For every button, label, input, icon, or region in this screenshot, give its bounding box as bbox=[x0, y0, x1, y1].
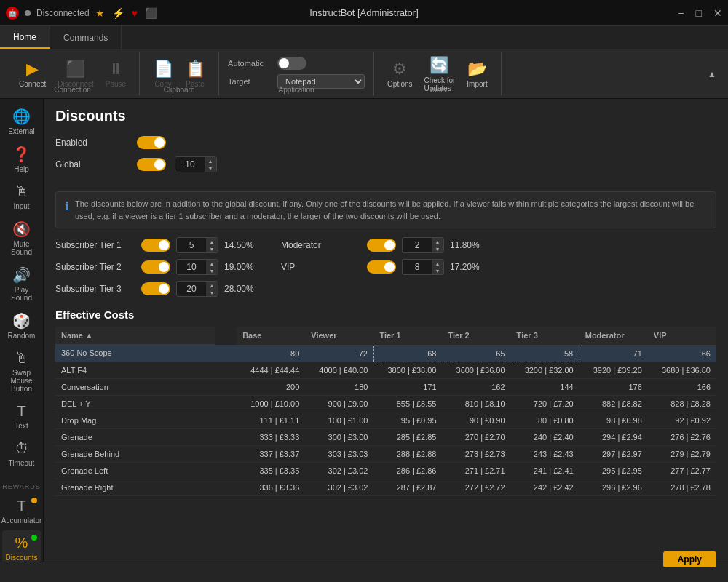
table-cell: 900 | £9.00 bbox=[305, 395, 373, 412]
update-icon: 🔄 bbox=[430, 56, 449, 75]
table-cell: 243 | £2.43 bbox=[511, 445, 579, 462]
tier2-toggle[interactable] bbox=[141, 260, 170, 274]
sidebar-item-input[interactable]: 🖱 Input bbox=[2, 179, 41, 215]
tier1-spin-up[interactable]: ▲ bbox=[206, 238, 218, 245]
toolbar-connection-group: ▶ Connect ⬛ Disconnect ⏸ Pause Connectio… bbox=[6, 52, 140, 95]
tier3-toggle[interactable] bbox=[141, 282, 170, 295]
lightning-icon: ⚡ bbox=[112, 7, 124, 19]
sidebar-item-external[interactable]: 🌐 External bbox=[2, 103, 41, 140]
tier1-row: Subscriber Tier 1 ▲ ▼ 14.50% Moderator bbox=[55, 237, 716, 253]
vip-spin-up[interactable]: ▲ bbox=[432, 260, 443, 267]
mod-spin-up[interactable]: ▲ bbox=[432, 238, 443, 245]
table-row[interactable]: Grenade Behind337 | £3.37303 | £3.03288 … bbox=[55, 445, 716, 462]
options-button[interactable]: ⚙ Options bbox=[383, 57, 416, 91]
minimize-button[interactable]: − bbox=[678, 7, 684, 19]
table-row[interactable]: Grenade Left335 | £3.35302 | £3.02286 | … bbox=[55, 462, 716, 479]
options-icon: ⚙ bbox=[392, 60, 407, 79]
table-row[interactable]: Grenade Right336 | £3.36302 | £3.02287 |… bbox=[55, 479, 716, 495]
table-row[interactable]: 360 No Scope80726865587166 bbox=[55, 345, 716, 362]
sidebar-item-timeout[interactable]: ⏱ Timeout bbox=[2, 436, 41, 471]
tier3-spin-down[interactable]: ▼ bbox=[206, 289, 218, 296]
col-tier3[interactable]: Tier 3 bbox=[511, 327, 579, 345]
tier3-row: Subscriber Tier 3 ▲ ▼ 28.00% bbox=[55, 281, 716, 297]
tier2-spin-down[interactable]: ▼ bbox=[206, 267, 218, 274]
table-row[interactable]: Drop Mag111 | £1.11100 | £1.0095 | £0.95… bbox=[55, 412, 716, 428]
table-cell: 271 | £2.71 bbox=[443, 462, 511, 479]
tools-group-label: Tools bbox=[429, 86, 446, 94]
tier2-spin-up[interactable]: ▲ bbox=[206, 260, 218, 267]
table-header: Name ▲ Base Viewer Tier 1 Tier 2 Tier 3 … bbox=[55, 327, 716, 345]
vip-spin-down[interactable]: ▼ bbox=[432, 267, 443, 274]
table-cell: 92 | £0.92 bbox=[648, 412, 716, 428]
table-cell: 80 | £0.80 bbox=[511, 412, 579, 428]
page-title: Discounts bbox=[44, 99, 728, 130]
col-name[interactable]: Name ▲ bbox=[55, 327, 215, 345]
text-label: Text bbox=[15, 422, 28, 430]
global-toggle[interactable] bbox=[137, 158, 166, 171]
sidebar-item-random[interactable]: 🎲 Random bbox=[2, 308, 41, 344]
rewards-label: Rewards bbox=[2, 483, 41, 490]
vip-toggle[interactable] bbox=[367, 260, 396, 274]
col-viewer[interactable]: Viewer bbox=[305, 327, 373, 345]
tier1-spin-down[interactable]: ▼ bbox=[206, 245, 218, 252]
tier1-field[interactable] bbox=[177, 239, 206, 252]
enabled-toggle[interactable] bbox=[137, 136, 166, 149]
restore-button[interactable]: □ bbox=[696, 7, 702, 19]
tier2-field[interactable] bbox=[177, 260, 206, 274]
table-cell: 100 | £1.00 bbox=[305, 412, 373, 428]
pause-button[interactable]: ⏸ Pause bbox=[101, 57, 130, 91]
table-row[interactable]: ALT F44444 | £44.444000 | £40.003800 | £… bbox=[55, 362, 716, 378]
tier1-toggle[interactable] bbox=[141, 239, 170, 252]
play-sound-icon: 🔊 bbox=[12, 266, 31, 284]
connect-button[interactable]: ▶ Connect bbox=[15, 57, 50, 91]
table-row[interactable]: Grenade333 | £3.33300 | £3.00285 | £2.85… bbox=[55, 428, 716, 445]
col-vip[interactable]: VIP bbox=[648, 327, 716, 345]
cost-table-body: 360 No Scope80726865587166ALT F44444 | £… bbox=[55, 345, 716, 495]
global-spin-up[interactable]: ▲ bbox=[205, 157, 216, 164]
vip-field[interactable] bbox=[403, 260, 432, 274]
automatic-label: Automatic bbox=[228, 59, 272, 68]
tab-commands[interactable]: Commands bbox=[50, 26, 122, 49]
table-cell: 302 | £3.02 bbox=[305, 479, 373, 495]
table-cell: 3680 | £36.80 bbox=[648, 362, 716, 378]
sidebar-item-discounts[interactable]: % Discounts bbox=[2, 530, 41, 566]
connection-group-label: Connection bbox=[54, 86, 91, 94]
col-tier1[interactable]: Tier 1 bbox=[373, 327, 442, 345]
cost-table-wrap[interactable]: Name ▲ Base Viewer Tier 1 Tier 2 Tier 3 … bbox=[55, 327, 716, 496]
connection-status: Disconnected bbox=[36, 8, 90, 18]
sidebar-item-text[interactable]: T Text bbox=[2, 399, 41, 434]
table-cell: 302 | £3.02 bbox=[305, 462, 373, 479]
toolbar-application-group: Automatic Target Notepad WordPad Notepad… bbox=[219, 52, 374, 95]
apply-button[interactable]: Apply bbox=[663, 551, 716, 567]
automatic-toggle[interactable] bbox=[277, 57, 306, 70]
global-value-input: ▲ ▼ bbox=[175, 156, 217, 172]
sidebar-item-swap-mouse[interactable]: 🖱 Swap Mouse Button bbox=[2, 346, 41, 397]
close-button[interactable]: ✕ bbox=[713, 7, 722, 19]
tier3-spin-up[interactable]: ▲ bbox=[206, 282, 218, 289]
global-number-field[interactable] bbox=[175, 158, 205, 171]
import-button[interactable]: 📂 Import bbox=[462, 57, 491, 91]
window-controls: − □ ✕ bbox=[678, 7, 722, 19]
sidebar-item-help[interactable]: ❓ Help bbox=[2, 141, 41, 178]
sidebar-item-mute-sound[interactable]: 🔇 Mute Sound bbox=[2, 216, 41, 260]
tab-home[interactable]: Home bbox=[0, 26, 50, 49]
table-row[interactable]: Conversation200180171162144176166 bbox=[55, 378, 716, 395]
sidebar-item-accumulator[interactable]: T Accumulator bbox=[2, 493, 41, 529]
col-moderator[interactable]: Moderator bbox=[579, 327, 648, 345]
table-cell: 80 bbox=[237, 345, 305, 362]
tier1-label: Subscriber Tier 1 bbox=[55, 240, 135, 250]
col-base[interactable]: Base bbox=[237, 327, 305, 345]
sidebar-item-play-sound[interactable]: 🔊 Play Sound bbox=[2, 262, 41, 306]
moderator-field[interactable] bbox=[403, 239, 432, 252]
moderator-toggle[interactable] bbox=[367, 239, 396, 252]
col-tier2[interactable]: Tier 2 bbox=[443, 327, 511, 345]
tier3-field[interactable] bbox=[177, 282, 206, 295]
mod-spin-down[interactable]: ▼ bbox=[432, 245, 443, 252]
collapse-toolbar-button[interactable]: ▲ bbox=[702, 66, 722, 82]
table-row[interactable]: DEL + Y1000 | £10.00900 | £9.00855 | £8.… bbox=[55, 395, 716, 412]
table-cell: 66 bbox=[648, 345, 716, 362]
table-cell: 58 bbox=[511, 345, 579, 362]
tier1-knob bbox=[159, 240, 169, 250]
tiers-section: Subscriber Tier 1 ▲ ▼ 14.50% Moderator bbox=[44, 234, 728, 308]
global-spin-down[interactable]: ▼ bbox=[205, 164, 216, 172]
